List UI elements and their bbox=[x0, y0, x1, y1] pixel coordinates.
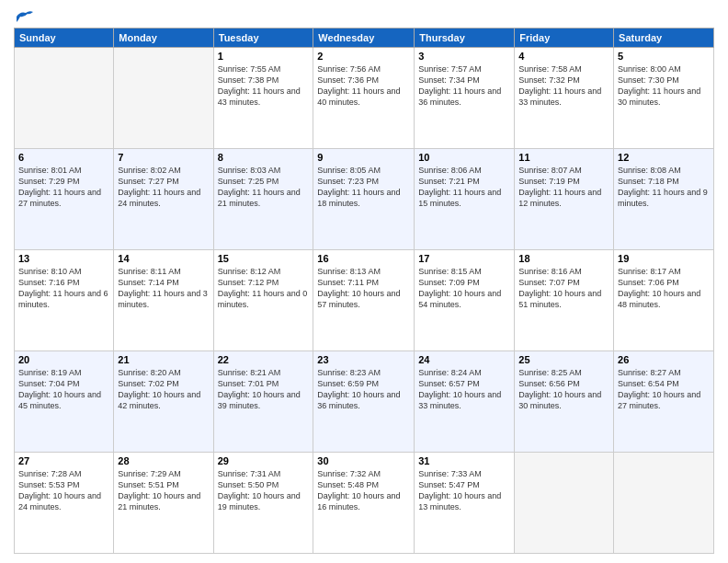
day-number: 20 bbox=[18, 354, 109, 365]
day-info: Sunrise: 8:20 AMSunset: 7:02 PMDaylight:… bbox=[118, 367, 209, 412]
sunset-text: Sunset: 5:51 PM bbox=[118, 480, 179, 489]
daylight-text: Daylight: 10 hours and 42 minutes. bbox=[118, 390, 200, 410]
calendar-cell: 27Sunrise: 7:28 AMSunset: 5:53 PMDayligh… bbox=[15, 453, 114, 554]
sunrise-text: Sunrise: 7:56 AM bbox=[317, 64, 381, 74]
day-number: 14 bbox=[118, 253, 209, 264]
day-number: 31 bbox=[418, 455, 510, 466]
sunrise-text: Sunrise: 7:57 AM bbox=[418, 64, 482, 74]
day-info: Sunrise: 8:13 AMSunset: 7:11 PMDaylight:… bbox=[317, 266, 410, 311]
sunset-text: Sunset: 7:12 PM bbox=[218, 278, 279, 287]
sunrise-text: Sunrise: 8:20 AM bbox=[118, 368, 181, 377]
sunset-text: Sunset: 7:38 PM bbox=[218, 75, 279, 85]
daylight-text: Daylight: 10 hours and 19 minutes. bbox=[218, 491, 301, 511]
daylight-text: Daylight: 11 hours and 24 minutes. bbox=[118, 188, 200, 208]
calendar-cell: 10Sunrise: 8:06 AMSunset: 7:21 PMDayligh… bbox=[415, 149, 515, 250]
daylight-text: Daylight: 11 hours and 12 minutes. bbox=[518, 188, 601, 208]
day-number: 16 bbox=[317, 253, 410, 264]
day-number: 6 bbox=[18, 152, 109, 163]
sunrise-text: Sunrise: 8:17 AM bbox=[618, 267, 681, 276]
calendar-cell: 5Sunrise: 8:00 AMSunset: 7:30 PMDaylight… bbox=[614, 48, 714, 149]
logo bbox=[14, 9, 36, 20]
sunset-text: Sunset: 7:19 PM bbox=[518, 177, 580, 186]
daylight-text: Daylight: 11 hours and 27 minutes. bbox=[18, 188, 101, 208]
daylight-text: Daylight: 10 hours and 51 minutes. bbox=[518, 289, 601, 309]
logo-bird-icon bbox=[15, 9, 35, 24]
daylight-text: Daylight: 10 hours and 33 minutes. bbox=[418, 390, 501, 410]
sunset-text: Sunset: 6:54 PM bbox=[618, 379, 679, 388]
sunset-text: Sunset: 6:57 PM bbox=[418, 379, 480, 388]
sunrise-text: Sunrise: 7:29 AM bbox=[118, 469, 181, 478]
sunrise-text: Sunrise: 8:11 AM bbox=[118, 267, 181, 276]
daylight-text: Daylight: 11 hours and 6 minutes. bbox=[18, 289, 108, 309]
day-info: Sunrise: 8:01 AMSunset: 7:29 PMDaylight:… bbox=[18, 165, 109, 210]
daylight-text: Daylight: 10 hours and 45 minutes. bbox=[18, 390, 101, 410]
daylight-text: Daylight: 10 hours and 54 minutes. bbox=[418, 289, 501, 309]
col-header-sunday: Sunday bbox=[15, 29, 114, 48]
calendar-cell: 4Sunrise: 7:58 AMSunset: 7:32 PMDaylight… bbox=[515, 48, 614, 149]
sunset-text: Sunset: 7:23 PM bbox=[317, 177, 379, 186]
sunrise-text: Sunrise: 8:08 AM bbox=[618, 166, 681, 175]
sunrise-text: Sunrise: 8:03 AM bbox=[218, 166, 281, 175]
calendar-cell: 7Sunrise: 8:02 AMSunset: 7:27 PMDaylight… bbox=[114, 149, 213, 250]
sunrise-text: Sunrise: 8:19 AM bbox=[18, 368, 82, 377]
calendar-cell bbox=[114, 48, 213, 149]
sunset-text: Sunset: 7:29 PM bbox=[18, 177, 80, 186]
sunset-text: Sunset: 7:27 PM bbox=[118, 177, 179, 186]
sunrise-text: Sunrise: 7:55 AM bbox=[218, 64, 281, 74]
daylight-text: Daylight: 11 hours and 21 minutes. bbox=[218, 188, 301, 208]
calendar-header-row: SundayMondayTuesdayWednesdayThursdayFrid… bbox=[15, 29, 714, 48]
day-number: 11 bbox=[518, 152, 609, 163]
day-info: Sunrise: 7:29 AMSunset: 5:51 PMDaylight:… bbox=[118, 468, 209, 513]
sunset-text: Sunset: 7:21 PM bbox=[418, 177, 480, 186]
sunrise-text: Sunrise: 8:10 AM bbox=[18, 267, 82, 276]
sunset-text: Sunset: 6:59 PM bbox=[317, 379, 379, 388]
daylight-text: Daylight: 10 hours and 27 minutes. bbox=[618, 390, 700, 410]
daylight-text: Daylight: 11 hours and 30 minutes. bbox=[618, 86, 700, 107]
day-number: 21 bbox=[118, 354, 209, 365]
daylight-text: Daylight: 11 hours and 9 minutes. bbox=[618, 188, 708, 208]
day-number: 22 bbox=[218, 354, 310, 365]
day-info: Sunrise: 8:00 AMSunset: 7:30 PMDaylight:… bbox=[618, 63, 710, 109]
daylight-text: Daylight: 10 hours and 48 minutes. bbox=[618, 289, 700, 309]
day-info: Sunrise: 8:24 AMSunset: 6:57 PMDaylight:… bbox=[418, 367, 510, 412]
header bbox=[14, 9, 714, 20]
day-number: 12 bbox=[618, 152, 710, 163]
sunset-text: Sunset: 7:01 PM bbox=[218, 379, 279, 388]
sunset-text: Sunset: 5:50 PM bbox=[218, 480, 279, 489]
day-info: Sunrise: 8:25 AMSunset: 6:56 PMDaylight:… bbox=[518, 367, 609, 412]
day-info: Sunrise: 8:07 AMSunset: 7:19 PMDaylight:… bbox=[518, 165, 609, 210]
calendar-cell: 6Sunrise: 8:01 AMSunset: 7:29 PMDaylight… bbox=[15, 149, 114, 250]
day-info: Sunrise: 8:03 AMSunset: 7:25 PMDaylight:… bbox=[218, 165, 310, 210]
day-number: 5 bbox=[618, 51, 710, 62]
day-info: Sunrise: 8:08 AMSunset: 7:18 PMDaylight:… bbox=[618, 165, 710, 210]
calendar-cell: 3Sunrise: 7:57 AMSunset: 7:34 PMDaylight… bbox=[415, 48, 515, 149]
daylight-text: Daylight: 11 hours and 40 minutes. bbox=[317, 86, 400, 107]
day-number: 24 bbox=[418, 354, 510, 365]
sunrise-text: Sunrise: 7:32 AM bbox=[317, 469, 381, 478]
day-info: Sunrise: 8:05 AMSunset: 7:23 PMDaylight:… bbox=[317, 165, 410, 210]
sunset-text: Sunset: 7:07 PM bbox=[518, 278, 580, 287]
day-info: Sunrise: 8:17 AMSunset: 7:06 PMDaylight:… bbox=[618, 266, 710, 311]
sunrise-text: Sunrise: 8:06 AM bbox=[418, 166, 482, 175]
day-number: 19 bbox=[618, 253, 710, 264]
sunset-text: Sunset: 5:53 PM bbox=[18, 480, 80, 489]
sunset-text: Sunset: 5:48 PM bbox=[317, 480, 379, 489]
page: SundayMondayTuesdayWednesdayThursdayFrid… bbox=[0, 0, 728, 563]
sunrise-text: Sunrise: 8:13 AM bbox=[317, 267, 381, 276]
sunset-text: Sunset: 7:04 PM bbox=[18, 379, 80, 388]
day-info: Sunrise: 7:28 AMSunset: 5:53 PMDaylight:… bbox=[18, 468, 109, 513]
calendar-cell: 18Sunrise: 8:16 AMSunset: 7:07 PMDayligh… bbox=[515, 250, 614, 351]
calendar-cell: 15Sunrise: 8:12 AMSunset: 7:12 PMDayligh… bbox=[213, 250, 313, 351]
day-info: Sunrise: 8:02 AMSunset: 7:27 PMDaylight:… bbox=[118, 165, 209, 210]
col-header-thursday: Thursday bbox=[415, 29, 515, 48]
sunset-text: Sunset: 6:56 PM bbox=[518, 379, 580, 388]
sunrise-text: Sunrise: 8:15 AM bbox=[418, 267, 482, 276]
day-number: 8 bbox=[218, 152, 310, 163]
calendar-cell: 31Sunrise: 7:33 AMSunset: 5:47 PMDayligh… bbox=[415, 453, 515, 554]
sunset-text: Sunset: 7:16 PM bbox=[18, 278, 80, 287]
calendar-cell: 19Sunrise: 8:17 AMSunset: 7:06 PMDayligh… bbox=[614, 250, 714, 351]
day-number: 23 bbox=[317, 354, 410, 365]
day-number: 4 bbox=[518, 51, 609, 62]
sunrise-text: Sunrise: 8:01 AM bbox=[18, 166, 82, 175]
sunrise-text: Sunrise: 8:23 AM bbox=[317, 368, 381, 377]
